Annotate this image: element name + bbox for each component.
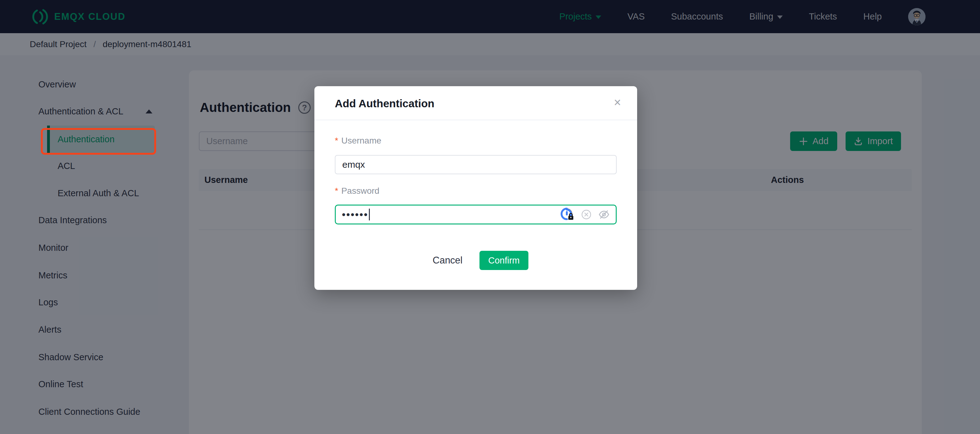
close-icon[interactable]: × bbox=[614, 96, 621, 109]
modal-password-input[interactable]: •••••• bbox=[335, 204, 617, 225]
emqx-cloud-console: EMQX CLOUD Projects VAS Subaccounts Bill… bbox=[0, 0, 980, 434]
password-masked-value: •••••• bbox=[342, 204, 368, 225]
confirm-button[interactable]: Confirm bbox=[479, 251, 528, 270]
annotation-highlight-rect bbox=[41, 128, 156, 155]
text-cursor bbox=[369, 209, 370, 220]
modal-username-input[interactable] bbox=[335, 155, 617, 174]
required-asterisk: * bbox=[335, 186, 338, 196]
username-label: *Username bbox=[335, 136, 381, 146]
password-field-icons bbox=[561, 208, 609, 221]
required-asterisk: * bbox=[335, 136, 338, 145]
clear-input-icon[interactable] bbox=[581, 209, 592, 220]
password-label: *Password bbox=[335, 186, 379, 196]
modal-header: Add Authentication × bbox=[314, 86, 637, 120]
modal-title: Add Authentication bbox=[335, 97, 434, 110]
modal-footer: Cancel Confirm bbox=[314, 251, 637, 270]
add-authentication-modal: Add Authentication × *Username *Password… bbox=[314, 86, 637, 290]
cancel-button[interactable]: Cancel bbox=[426, 251, 469, 270]
password-manager-icon[interactable] bbox=[561, 208, 574, 221]
eye-off-icon[interactable] bbox=[598, 209, 609, 220]
